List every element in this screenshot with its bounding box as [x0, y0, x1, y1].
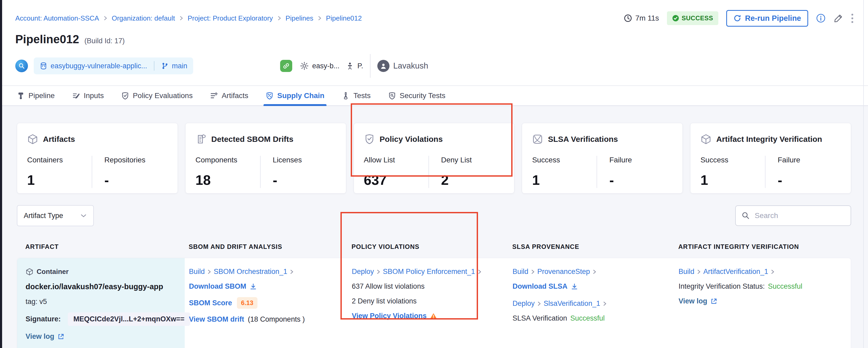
cube-icon: [701, 134, 711, 145]
tab-artifacts[interactable]: Artifacts: [210, 86, 248, 106]
view-log-link[interactable]: View log: [679, 297, 717, 305]
execution-setup[interactable]: easy-b...: [300, 61, 340, 71]
sbom-step-link[interactable]: SBOM Orchestration_1: [214, 268, 287, 276]
signature-value[interactable]: MEQCICde2Vjl...L+2+mqnOXw==: [68, 312, 190, 326]
breadcrumb: Account: Automation-SSCA Organization: d…: [15, 14, 362, 22]
trigger-type[interactable]: P.: [346, 62, 363, 70]
run-duration: 7m 11s: [624, 14, 659, 22]
view-log-link[interactable]: View log: [26, 332, 64, 341]
tab-supply-chain[interactable]: Supply Chain: [266, 86, 324, 106]
scrollbar-track[interactable]: [863, 0, 864, 348]
summary-card-policy-violations: Policy Violations Allow List637 Deny Lis…: [353, 123, 515, 194]
artifact-cell: Container docker.io/lavakush07/easy-bugg…: [17, 258, 185, 348]
stat-value: 1: [532, 172, 597, 188]
shield-check-icon: [364, 134, 375, 145]
tab-tests[interactable]: Tests: [342, 86, 371, 106]
view-sbom-drift-link[interactable]: View SBOM drift: [189, 315, 244, 323]
integrity-stage-link[interactable]: Build: [679, 268, 694, 276]
stat-value: 18: [195, 172, 260, 188]
slsa-step-link-2[interactable]: SlsaVerification_1: [544, 299, 600, 308]
status-badge: SUCCESS: [667, 11, 719, 25]
breadcrumb-pipelines[interactable]: Pipelines: [286, 14, 314, 22]
chevron-right-icon: [771, 269, 774, 275]
sbom-stage-link[interactable]: Build: [189, 268, 205, 276]
meta-divider: [370, 54, 371, 78]
column-header-artifact: ARTIFACT: [17, 243, 184, 251]
search-box: [735, 205, 851, 226]
integrity-cell: Build ArtifactVerification_1 Integrity V…: [674, 258, 851, 348]
sbom-score-badge: 6.13: [237, 297, 258, 309]
tab-policy-evaluations[interactable]: Policy Evaluations: [121, 86, 193, 106]
flask-icon: [342, 92, 350, 100]
more-options-icon[interactable]: [851, 14, 853, 23]
artifact-table-row: Container docker.io/lavakush07/easy-bugg…: [17, 258, 851, 348]
gear-icon: [300, 61, 309, 71]
breadcrumb-account[interactable]: Account: Automation-SSCA: [15, 14, 99, 22]
branch-name[interactable]: main: [172, 62, 187, 70]
shield-check-icon: [121, 92, 129, 100]
summary-card-artifacts: Artifacts Containers1 Repositories-: [17, 123, 178, 194]
breadcrumb-project[interactable]: Project: Product Exploratory: [188, 14, 273, 22]
breadcrumb-pipeline012[interactable]: Pipeline012: [326, 14, 362, 22]
stat-value: -: [609, 172, 673, 188]
summary-cards: Artifacts Containers1 Repositories- Dete…: [17, 123, 851, 194]
artifact-tag: tag: v5: [26, 298, 180, 306]
integrity-status-value: Successful: [768, 282, 802, 291]
policy-step-link[interactable]: SBOM Policy Enforcement_1: [383, 268, 475, 276]
user-avatar-icon: [377, 60, 390, 72]
stat-label: Success: [532, 156, 597, 164]
artifact-type-dropdown[interactable]: Artifact Type: [17, 205, 94, 226]
git-branch-icon: [161, 62, 168, 69]
execution-tabbar: Pipeline Inputs Policy Evaluations Artif…: [0, 85, 868, 106]
stat-label: Repositories: [104, 156, 167, 164]
stat-value: -: [778, 172, 841, 188]
download-slsa-link[interactable]: Download SLSA: [513, 282, 578, 291]
container-cube-icon: [26, 268, 33, 276]
edit-pencil-icon[interactable]: [834, 13, 843, 23]
stat-value: 2: [441, 172, 504, 188]
slsa-step-link-1[interactable]: ProvenanceStep: [537, 268, 590, 276]
tab-pipeline[interactable]: Pipeline: [17, 86, 55, 106]
drift-components-count: (18 Components ): [248, 315, 305, 323]
chevron-right-icon: [531, 269, 535, 275]
column-header-slsa: SLSA PROVENANCE: [508, 243, 674, 251]
slsa-stage-link-2[interactable]: Deploy: [513, 299, 535, 308]
repo-name[interactable]: easybuggy-vulnerable-applic...: [51, 62, 147, 70]
shield-search-icon: [388, 92, 396, 100]
slsa-stage-link-1[interactable]: Build: [513, 268, 528, 276]
sbom-score-link[interactable]: SBOM Score: [189, 299, 232, 307]
slsa-icon: [532, 134, 543, 145]
chevron-right-icon: [317, 15, 322, 21]
stat-label: Allow List: [364, 156, 429, 164]
column-header-sbom: SBOM AND DRIFT ANALYSIS: [184, 243, 347, 251]
breadcrumb-organization[interactable]: Organization: default: [112, 14, 175, 22]
external-link-icon: [57, 333, 64, 340]
rerun-pipeline-button[interactable]: Re-run Pipeline: [726, 10, 808, 27]
summary-card-artifact-integrity: Artifact Integrity Verification Success1…: [690, 123, 851, 194]
info-icon[interactable]: [816, 13, 826, 23]
stat-value: -: [104, 172, 167, 188]
artifact-type-label: Container: [37, 268, 68, 276]
download-icon: [571, 283, 578, 290]
refresh-icon: [733, 14, 741, 22]
chevron-right-icon: [103, 15, 107, 21]
download-sbom-link[interactable]: Download SBOM: [189, 282, 257, 291]
pill-divider: [154, 61, 154, 71]
podium-user-icon: [346, 62, 354, 70]
view-policy-violations-link[interactable]: View Policy Violations: [352, 312, 437, 320]
supply-chain-shield-icon: [266, 92, 274, 100]
policy-stage-link[interactable]: Deploy: [352, 268, 374, 276]
page-header: Account: Automation-SSCA Organization: d…: [0, 0, 868, 79]
supply-chain-panel: Artifacts Containers1 Repositories- Dete…: [0, 106, 868, 348]
table-header-row: ARTIFACT SBOM AND DRIFT ANALYSIS POLICY …: [17, 243, 851, 251]
stat-value: 637: [364, 172, 429, 188]
collapsed-nav-edge: [0, 0, 2, 348]
search-input[interactable]: [755, 211, 845, 220]
repo-branch-pill[interactable]: easybuggy-vulnerable-applic... main: [34, 57, 193, 74]
summary-card-slsa-verifications: SLSA Verifications Success1 Failure-: [522, 123, 683, 194]
integrity-step-link[interactable]: ArtifactVerification_1: [703, 268, 768, 276]
tab-security-tests[interactable]: Security Tests: [388, 86, 445, 106]
pipeline-icon: [17, 92, 25, 100]
tab-inputs[interactable]: Inputs: [72, 86, 104, 106]
sbom-cell: Build SBOM Orchestration_1 Download SBOM…: [185, 258, 347, 348]
